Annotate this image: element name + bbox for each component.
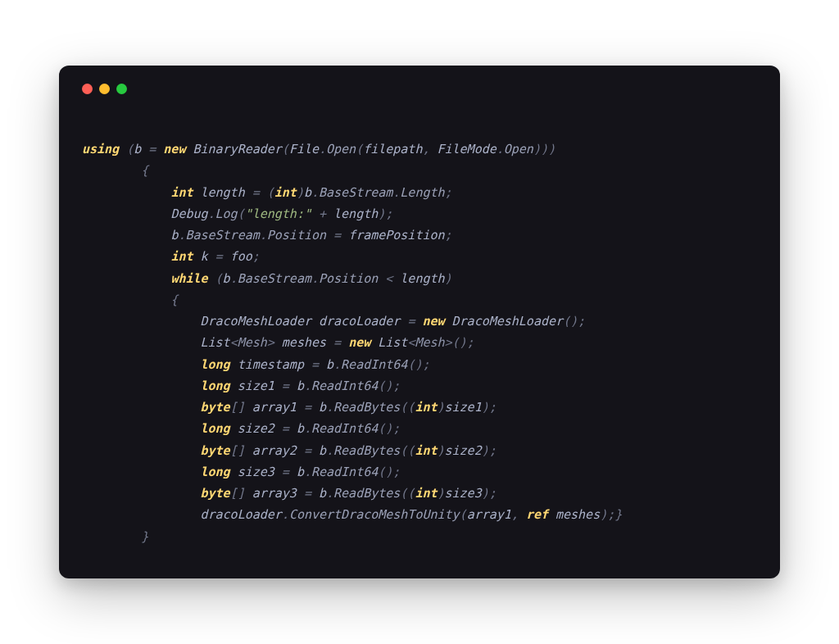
code-token: size2 xyxy=(238,421,282,436)
code-token: Mesh xyxy=(415,335,444,350)
code-token xyxy=(82,443,201,458)
code-token xyxy=(82,335,201,350)
code-token: ))) xyxy=(533,142,556,156)
code-token: (( xyxy=(400,443,415,458)
code-token: ref xyxy=(526,507,556,522)
code-token: . xyxy=(497,142,504,156)
code-token: DracoMeshLoader xyxy=(452,314,563,329)
code-block: using (b = new BinaryReader(File.Open(fi… xyxy=(82,138,757,547)
code-token: ReadInt64 xyxy=(311,421,378,436)
code-token: new xyxy=(422,314,451,329)
code-token: . xyxy=(319,142,326,156)
code-token: "length:" xyxy=(245,206,311,221)
minimize-icon[interactable] xyxy=(99,84,110,94)
code-token xyxy=(82,228,170,243)
code-token: ) xyxy=(438,400,445,415)
code-token: int xyxy=(415,443,437,458)
code-token: ReadBytes xyxy=(333,486,400,501)
code-token: . xyxy=(326,443,333,458)
code-token: length xyxy=(400,271,444,286)
code-token: . xyxy=(326,486,333,501)
code-token: DracoMeshLoader xyxy=(201,314,320,329)
code-token: k xyxy=(201,249,215,264)
code-token: b xyxy=(319,443,326,458)
code-token: = xyxy=(333,335,348,350)
code-token: foo xyxy=(230,249,252,264)
code-token: = xyxy=(282,421,297,436)
code-token: Position xyxy=(267,228,333,243)
code-token: ( xyxy=(460,507,467,522)
code-token: array1 xyxy=(252,400,304,415)
code-token: ReadBytes xyxy=(333,400,400,415)
code-token: Mesh xyxy=(238,335,267,350)
code-token: [] xyxy=(230,486,252,501)
code-token: < xyxy=(385,271,400,286)
code-token: b xyxy=(297,465,304,479)
code-token: BaseStream xyxy=(185,228,259,243)
close-icon[interactable] xyxy=(82,84,93,94)
code-token: while xyxy=(170,271,215,286)
code-token: dracoLoader xyxy=(201,507,282,522)
code-token: >(); xyxy=(445,335,474,350)
code-token: ) xyxy=(438,486,445,501)
code-token xyxy=(82,314,201,329)
code-token xyxy=(82,379,201,393)
code-token: ( xyxy=(238,206,245,221)
code-token: ReadInt64 xyxy=(341,357,407,372)
code-token: size1 xyxy=(238,379,282,393)
code-token: Debug xyxy=(170,206,207,221)
code-token: framePosition xyxy=(348,228,444,243)
code-token: . xyxy=(333,357,341,372)
code-token: byte xyxy=(201,443,230,458)
code-token: . xyxy=(260,228,267,243)
code-token: ) xyxy=(438,443,445,458)
code-token: . xyxy=(311,271,319,286)
code-token: size3 xyxy=(238,465,282,479)
code-token xyxy=(82,249,170,264)
code-token: ConvertDracoMeshToUnity xyxy=(289,507,460,522)
code-token: meshes xyxy=(556,507,600,522)
code-token: array3 xyxy=(252,486,304,501)
code-token: dracoLoader xyxy=(319,314,407,329)
code-token: , xyxy=(511,507,526,522)
code-token xyxy=(82,486,201,501)
code-token: FileMode xyxy=(438,142,497,156)
code-token: new xyxy=(348,335,378,350)
code-token: . xyxy=(304,465,311,479)
code-token: byte xyxy=(201,486,230,501)
code-token: . xyxy=(208,206,215,221)
code-token: = xyxy=(282,379,297,393)
code-token xyxy=(82,507,201,522)
code-token: ; xyxy=(252,249,260,264)
code-token xyxy=(82,465,201,479)
code-token: new xyxy=(163,142,193,156)
code-token: = xyxy=(407,314,422,329)
code-token: filepath xyxy=(363,142,422,156)
code-token: { xyxy=(82,163,148,178)
code-token: int xyxy=(274,185,297,200)
code-token: [] xyxy=(230,400,252,415)
code-token: array1 xyxy=(467,507,511,522)
code-token: < xyxy=(230,335,238,350)
code-token: . xyxy=(326,400,333,415)
code-token: BinaryReader xyxy=(193,142,281,156)
code-token xyxy=(82,421,201,436)
code-token: ); xyxy=(482,400,497,415)
code-token: b xyxy=(319,486,326,501)
zoom-icon[interactable] xyxy=(116,84,127,94)
code-token: . xyxy=(311,185,319,200)
code-window: using (b = new BinaryReader(File.Open(fi… xyxy=(59,66,780,578)
code-token: Length xyxy=(400,185,444,200)
code-token: (( xyxy=(400,400,415,415)
code-token: ReadBytes xyxy=(333,443,400,458)
code-token: b xyxy=(319,400,326,415)
code-token: ( xyxy=(267,185,274,200)
code-token: (); xyxy=(378,465,400,479)
code-token: int xyxy=(415,400,437,415)
code-token: int xyxy=(170,249,200,264)
code-token: (); xyxy=(378,379,400,393)
code-token: = xyxy=(304,486,319,501)
code-token: List xyxy=(201,335,230,350)
code-token: . xyxy=(304,379,311,393)
code-token: using xyxy=(82,142,126,156)
